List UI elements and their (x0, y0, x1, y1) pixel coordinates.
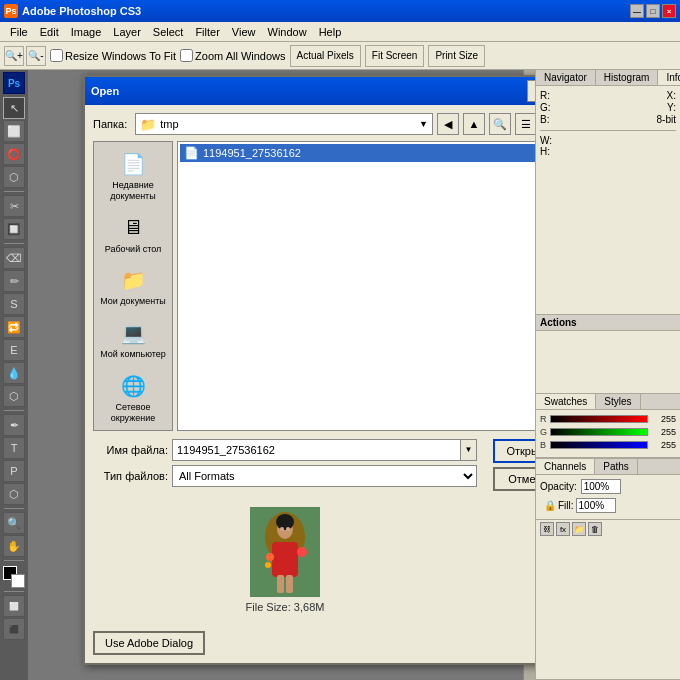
tool-screen[interactable]: ⬛ (3, 618, 25, 640)
tool-hand[interactable]: ✋ (3, 535, 25, 557)
place-network[interactable]: 🌐 Сетевое окружение (98, 368, 168, 426)
tab-styles[interactable]: Styles (596, 394, 640, 409)
menu-window[interactable]: Window (262, 24, 313, 40)
svg-rect-10 (277, 575, 284, 593)
channel-btn-4[interactable]: 🗑 (588, 522, 602, 536)
dialog-help-btn[interactable]: ? (527, 80, 535, 102)
filetype-label: Тип файлов: (93, 470, 168, 482)
tool-lasso[interactable]: ⭕ (3, 143, 25, 165)
tool-path[interactable]: P (3, 460, 25, 482)
color-swatch[interactable] (3, 566, 25, 588)
tab-channels[interactable]: Channels (536, 459, 595, 474)
red-slider[interactable] (550, 415, 648, 423)
tool-stamp[interactable]: S (3, 293, 25, 315)
tool-divider-5 (4, 560, 24, 561)
height-label: H: (540, 146, 550, 157)
background-color[interactable] (11, 574, 25, 588)
tool-divider-6 (4, 591, 24, 592)
zoom-out-btn[interactable]: 🔍- (26, 46, 46, 66)
tool-marquee[interactable]: ⬜ (3, 120, 25, 142)
cancel-btn[interactable]: Отмена (493, 467, 535, 491)
menu-view[interactable]: View (226, 24, 262, 40)
lock-icon: 🔒 (544, 500, 556, 511)
tool-pen[interactable]: ✒ (3, 414, 25, 436)
tab-histogram[interactable]: Histogram (596, 70, 659, 85)
channel-btn-2[interactable]: fx (556, 522, 570, 536)
minimize-button[interactable]: — (630, 4, 644, 18)
nav-up-btn[interactable]: ▲ (463, 113, 485, 135)
menu-help[interactable]: Help (313, 24, 348, 40)
fill-input[interactable] (576, 498, 616, 513)
blue-slider[interactable] (550, 441, 648, 449)
menu-image[interactable]: Image (65, 24, 108, 40)
opacity-input[interactable] (581, 479, 621, 494)
channel-btn-1[interactable]: ⛓ (540, 522, 554, 536)
print-size-btn[interactable]: Print Size (428, 45, 485, 67)
color-sliders: R 255 G 255 B 255 (536, 410, 680, 457)
tool-healing[interactable]: ⌫ (3, 247, 25, 269)
filename-row: Имя файла: ▼ (93, 439, 477, 461)
fit-screen-btn[interactable]: Fit Screen (365, 45, 425, 67)
file-size-label: File Size: 3,68M (246, 601, 325, 613)
filename-dropdown-btn[interactable]: ▼ (461, 439, 477, 461)
maximize-button[interactable]: □ (646, 4, 660, 18)
place-computer[interactable]: 💻 Мой компьютер (98, 315, 168, 362)
folder-icon: 📁 (140, 117, 156, 132)
nav-search-btn[interactable]: 🔍 (489, 113, 511, 135)
green-value: 255 (650, 427, 676, 437)
channels-panel-tabs: Channels Paths (536, 459, 680, 475)
zoom-all-windows-checkbox[interactable] (180, 49, 193, 62)
tool-zoom[interactable]: 🔍 (3, 512, 25, 534)
folder-name: tmp (160, 118, 178, 130)
file-list[interactable]: 📄 1194951_27536162 (177, 141, 535, 431)
window-controls[interactable]: — □ × (630, 4, 676, 18)
zoom-in-btn[interactable]: 🔍+ (4, 46, 24, 66)
file-icon: 📄 (184, 146, 199, 160)
menu-layer[interactable]: Layer (107, 24, 147, 40)
channel-btn-3[interactable]: 📁 (572, 522, 586, 536)
tool-shape[interactable]: ⬡ (3, 483, 25, 505)
tool-slice[interactable]: 🔲 (3, 218, 25, 240)
tab-swatches[interactable]: Swatches (536, 394, 596, 409)
filetype-select[interactable]: All Formats (172, 465, 477, 487)
green-slider[interactable] (550, 428, 648, 436)
tab-info[interactable]: Info (658, 70, 680, 85)
open-btn[interactable]: Открыть (493, 439, 535, 463)
network-label: Сетевое окружение (100, 402, 166, 424)
menu-filter[interactable]: Filter (189, 24, 225, 40)
resize-windows-checkbox[interactable] (50, 49, 63, 62)
nav-back-btn[interactable]: ◀ (437, 113, 459, 135)
svg-point-8 (265, 562, 271, 568)
nav-view-btn[interactable]: ☰ (515, 113, 535, 135)
tool-mode[interactable]: ⬜ (3, 595, 25, 617)
actions-section: Actions (536, 314, 680, 394)
place-my-docs[interactable]: 📁 Мои документы (98, 262, 168, 309)
menu-select[interactable]: Select (147, 24, 190, 40)
use-adobe-dialog-btn[interactable]: Use Adobe Dialog (93, 631, 205, 655)
tab-paths[interactable]: Paths (595, 459, 638, 474)
folder-select[interactable]: 📁 tmp ▼ (135, 113, 433, 135)
tool-eraser[interactable]: E (3, 339, 25, 361)
menu-edit[interactable]: Edit (34, 24, 65, 40)
close-button[interactable]: × (662, 4, 676, 18)
tool-burn[interactable]: ⬡ (3, 385, 25, 407)
place-desktop[interactable]: 🖥 Рабочий стол (98, 210, 168, 257)
tool-history[interactable]: 🔁 (3, 316, 25, 338)
tab-navigator[interactable]: Navigator (536, 70, 596, 85)
tool-text[interactable]: T (3, 437, 25, 459)
dialog-toolbar: Папка: 📁 tmp ▼ ◀ ▲ 🔍 ☰ 📁 (93, 113, 535, 135)
desktop-label: Рабочий стол (105, 244, 162, 255)
tool-crop[interactable]: ✂ (3, 195, 25, 217)
tool-brush[interactable]: ✏ (3, 270, 25, 292)
menu-file[interactable]: File (4, 24, 34, 40)
place-recent[interactable]: 📄 Недавние документы (98, 146, 168, 204)
places-panel: 📄 Недавние документы 🖥 Рабочий стол 📁 Мо… (93, 141, 173, 431)
file-item[interactable]: 📄 1194951_27536162 (180, 144, 535, 162)
filename-input[interactable] (172, 439, 461, 461)
preview-section: File Size: 3,68M (93, 499, 477, 613)
actual-pixels-btn[interactable]: Actual Pixels (290, 45, 361, 67)
filetype-input-group: All Formats (172, 465, 477, 487)
tool-move[interactable]: ↖ (3, 97, 25, 119)
tool-magic-wand[interactable]: ⬡ (3, 166, 25, 188)
tool-gradient[interactable]: 💧 (3, 362, 25, 384)
